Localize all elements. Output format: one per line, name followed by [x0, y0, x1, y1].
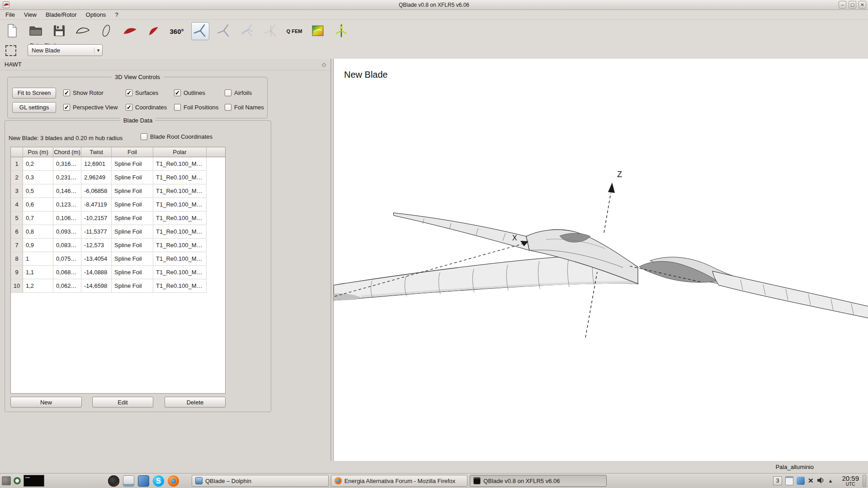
skype-icon[interactable]: S	[153, 475, 164, 487]
checkbox-box: ✓	[126, 89, 132, 96]
network-icon[interactable]	[797, 477, 805, 485]
table-cell: T1_Re0.100_M…	[153, 157, 207, 171]
table-row[interactable]: 70,90,083…-12,573Spline FoilT1_Re0.100_M…	[11, 239, 225, 252]
checkbox-surfaces[interactable]: ✓Surfaces	[126, 89, 174, 96]
terminal-thumbnail[interactable]	[24, 475, 44, 487]
column-header[interactable]: Twist	[81, 147, 112, 157]
speaker-icon[interactable]	[817, 477, 825, 485]
xserver-icon[interactable]: ✕	[808, 477, 814, 485]
checkbox-show-rotor[interactable]: ✓Show Rotor	[63, 89, 126, 96]
eye-icon[interactable]	[14, 477, 21, 484]
table-row[interactable]: 40,60,123…-8,47119Spline FoilT1_Re0.100_…	[11, 198, 225, 211]
turbine-simulation-button[interactable]	[262, 22, 280, 40]
polar-analysis-button[interactable]	[144, 22, 162, 40]
checkbox-box: ✓	[174, 89, 181, 96]
red-airfoil-icon	[122, 23, 137, 40]
clock[interactable]: 20:59 UTC	[842, 475, 859, 487]
table-cell: -14,6598	[81, 279, 112, 293]
table-row[interactable]: 30,50,146…-6,06858Spline FoilT1_Re0.100_…	[11, 184, 225, 198]
column-header[interactable]: Polar	[153, 147, 207, 157]
task-buttons: QBlade – DolphinEnergia Alternativa Foru…	[192, 475, 607, 487]
taskbar-task[interactable]: QBlade – Dolphin	[192, 475, 329, 487]
menu-item-bladerotor[interactable]: Blade/Rotor	[41, 10, 81, 19]
panel-hide-button[interactable]	[863, 475, 866, 487]
ellipse-icon	[99, 23, 114, 40]
table-cell: 0,075…	[53, 252, 81, 266]
open-file-button[interactable]	[27, 22, 45, 40]
clock-zone: UTC	[842, 482, 859, 487]
table-row[interactable]: 91,10,068…-14,0888Spline FoilT1_Re0.100_…	[11, 266, 225, 279]
checkbox-outlines[interactable]: ✓Outlines	[174, 89, 225, 96]
start-menu-button[interactable]	[2, 476, 11, 485]
view-360-button[interactable]: 360°	[168, 22, 186, 40]
new-file-button[interactable]	[3, 22, 21, 40]
media-app-icon[interactable]	[108, 475, 119, 487]
task-label: QBlade – Dolphin	[205, 478, 251, 484]
save-button[interactable]	[50, 22, 68, 40]
selection-box-icon[interactable]	[5, 45, 16, 56]
menu-item-help[interactable]: ?	[110, 10, 123, 19]
kde-app-icon[interactable]	[138, 475, 149, 487]
table-cell: T1_Re0.100_M…	[153, 252, 207, 266]
desktop-pager[interactable]: 3	[773, 476, 782, 485]
checkbox-airfoils[interactable]: Airfoils	[225, 89, 252, 96]
checkbox-perspective-view[interactable]: ✓Perspective View	[63, 104, 126, 111]
dock-float-icon[interactable]: ◇	[322, 61, 326, 68]
column-header[interactable]: Foil	[112, 147, 153, 157]
checkbox-blade-root-coordinates[interactable]: Blade Root Coordinates	[141, 133, 212, 140]
airfoil-design-button[interactable]	[74, 22, 92, 40]
gl-settings-button[interactable]: GL settings	[12, 102, 56, 113]
checkbox-coordinates[interactable]: ✓Coordinates	[126, 104, 174, 111]
table-row[interactable]: 10,20,316…12,6901Spline FoilT1_Re0.100_M…	[11, 157, 225, 171]
blade-design-button[interactable]	[191, 22, 209, 40]
qfem-button[interactable]: Q FEM	[285, 22, 303, 40]
dolphin-task-icon	[195, 477, 203, 484]
menu-item-file[interactable]: File	[1, 10, 19, 19]
xfoil-analysis-button[interactable]	[121, 22, 139, 40]
column-header[interactable]: Pos (m)	[23, 147, 53, 157]
taskbar-task[interactable]: QBlade v0.8 on XFLR5 v6.06	[470, 475, 607, 487]
blade-selector[interactable]: New Blade ▾	[28, 44, 103, 56]
circular-foil-button[interactable]	[97, 22, 115, 40]
blade-table[interactable]: Pos (m)Chord (m)TwistFoilPolar 10,20,316…	[10, 147, 226, 394]
clipboard-icon[interactable]	[785, 476, 793, 485]
checkbox-label: Perspective View	[73, 104, 118, 111]
table-row[interactable]: 20,30,231…2,96249Spline FoilT1_Re0.100_M…	[11, 171, 225, 184]
firefox-icon[interactable]	[168, 475, 179, 487]
minimize-button[interactable]: –	[839, 1, 846, 9]
table-row[interactable]: 101,20,062…-14,6598Spline FoilT1_Re0.100…	[11, 279, 225, 293]
column-header[interactable]: Chord (m)	[53, 147, 81, 157]
fem-colormap-button[interactable]	[309, 22, 327, 40]
checkbox-box	[141, 133, 147, 140]
table-cell: -11,5377	[81, 225, 112, 239]
quick-launch: S	[108, 475, 179, 487]
table-row[interactable]: 60,80,093…-11,5377Spline FoilT1_Re0.100_…	[11, 225, 225, 239]
checkbox-box	[174, 104, 181, 111]
menu-item-view[interactable]: View	[19, 10, 41, 19]
checkbox-foil-positions[interactable]: Foil Positions	[174, 104, 225, 111]
screenshot-app-icon[interactable]	[123, 475, 134, 487]
status-strip: Pala_alluminio	[0, 461, 868, 473]
checkbox-foil-names[interactable]: Foil Names	[225, 104, 264, 111]
chevron-up-icon[interactable]: ▲	[828, 478, 833, 483]
table-row[interactable]: 810,075…-13,4054Spline FoilT1_Re0.100_M…	[11, 252, 225, 266]
multi-param-simulation-button[interactable]	[238, 22, 256, 40]
taskbar-task[interactable]: Energia Alternativa Forum - Mozilla Fire…	[331, 475, 468, 487]
checkbox-box: ✓	[63, 89, 70, 96]
table-cell: 0,083…	[53, 239, 81, 252]
viewport-3d[interactable]: New Blade	[333, 59, 868, 461]
close-button[interactable]: ✕	[859, 1, 866, 9]
blade-upper-left	[393, 213, 529, 250]
table-row[interactable]: 50,70,106…-10,2157Spline FoilT1_Re0.100_…	[11, 211, 225, 225]
table-header-filler	[207, 147, 225, 157]
rotor-simulation-button[interactable]	[215, 22, 233, 40]
table-cell: Spline Foil	[112, 239, 153, 252]
fit-to-screen-button[interactable]: Fit to Screen	[12, 88, 56, 99]
delete-button[interactable]: Delete	[165, 397, 226, 408]
fem-rotor-button[interactable]	[332, 22, 350, 40]
new-button[interactable]: New	[10, 397, 82, 408]
checkbox-box	[225, 104, 231, 111]
edit-button[interactable]: Edit	[92, 397, 153, 408]
maximize-button[interactable]: ▢	[849, 1, 856, 9]
menu-item-options[interactable]: Options	[81, 10, 111, 19]
